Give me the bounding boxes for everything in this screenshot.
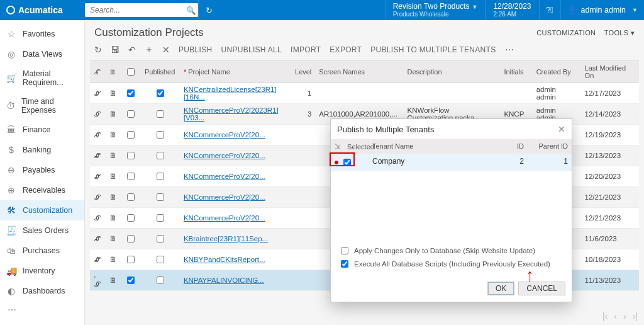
tenant-parent-id-cell: 1 (528, 154, 572, 171)
tenant-row[interactable]: Company 2 1 (331, 154, 572, 171)
refresh-header-icon[interactable]: ↻ (198, 0, 219, 20)
pager-first-icon[interactable]: |‹ (602, 311, 608, 321)
pager-next-icon[interactable]: › (623, 311, 626, 321)
chevron-down-icon: ▼ (632, 7, 638, 13)
brand[interactable]: Acumatica (0, 5, 85, 15)
cart-icon: 🛒 (6, 73, 16, 83)
export-icon[interactable]: ⇲ (335, 142, 340, 151)
minus-circle-icon: ⊖ (6, 165, 16, 175)
sidebar-item-dashboards[interactable]: ◐Dashboards (0, 281, 84, 301)
brand-icon (6, 6, 15, 14)
gauge-icon: ◐ (6, 286, 16, 296)
search-input[interactable] (89, 5, 186, 15)
sidebar-item-purchases[interactable]: 🛍Purchases (0, 241, 84, 261)
user-name: admin admin (581, 6, 626, 14)
search-icon[interactable]: 🔍 (186, 6, 196, 15)
apply-db-only-option[interactable]: Apply Changes Only to Database (Skip Web… (338, 245, 564, 256)
tenant-id-cell: 2 (496, 154, 528, 171)
unsaved-indicator-icon (335, 161, 338, 164)
sidebar-item-time[interactable]: ⏱Time and Expenses (0, 92, 84, 120)
help-icon[interactable]: ?⃝ (539, 0, 560, 20)
clock-icon: ⏱ (6, 101, 15, 111)
highlight-annotation (330, 152, 355, 166)
pager-last-icon[interactable]: ›| (633, 311, 638, 321)
user-menu[interactable]: 👤 admin admin ▼ (560, 0, 645, 20)
brand-text: Acumatica (18, 5, 63, 15)
sidebar-item-payables[interactable]: ⊖Payables (0, 160, 84, 180)
purchase-icon: 🛍 (6, 246, 16, 256)
sidebar-item-finance[interactable]: 🏛Finance (0, 120, 84, 140)
wrench-icon: 🛠 (6, 205, 16, 215)
tenant-name-cell: Company (369, 154, 496, 171)
top-bar: Acumatica 🔍 ↻ Revision Two Products▼ Pro… (0, 0, 644, 20)
tenant-selected-checkbox[interactable] (343, 159, 351, 166)
close-icon[interactable]: ✕ (558, 124, 565, 134)
finance-icon: 🏛 (6, 125, 16, 135)
business-date[interactable]: 12/28/2023 2:26 AM (485, 0, 538, 20)
sidebar-item-inventory[interactable]: 🚚Inventory (0, 261, 84, 281)
star-icon: ☆ (6, 29, 16, 39)
cancel-button[interactable]: CANCEL (518, 282, 565, 295)
sidebar-item-sales-orders[interactable]: 🧾Sales Orders (0, 220, 84, 241)
pager-prev-icon[interactable]: ‹ (614, 311, 617, 321)
sidebar-item-mrp[interactable]: 🛒Material Requirem... (0, 64, 84, 92)
execute-all-scripts-option[interactable]: Execute All Database Scripts (Including … (338, 258, 564, 270)
plus-circle-icon: ⊕ (6, 185, 16, 195)
main-area: Customization Projects CUSTOMIZATION TOO… (85, 20, 644, 325)
grid-pager: |‹ ‹ › ›| (602, 311, 638, 321)
user-icon: 👤 (567, 6, 577, 15)
search-box[interactable]: 🔍 (85, 3, 198, 17)
bank-icon: $ (6, 145, 16, 155)
ok-button[interactable]: OK (487, 282, 514, 295)
dialog-column-header: ⇲ Selected Tenant Name ID Parent ID (331, 139, 572, 154)
eye-icon: ◎ (6, 49, 16, 59)
sidebar-more[interactable]: ⋯ (0, 301, 84, 319)
dialog-title: Publish to Multiple Tenants (337, 125, 434, 134)
sidebar-item-data-views[interactable]: ◎Data Views (0, 44, 84, 64)
truck-icon: 🚚 (6, 266, 16, 276)
sidebar-item-favorites[interactable]: ☆Favorites (0, 24, 84, 44)
publish-tenants-dialog: Publish to Multiple Tenants ✕ ⇲ Selected… (330, 118, 572, 302)
orders-icon: 🧾 (6, 225, 16, 236)
tenant-selector[interactable]: Revision Two Products▼ Products Wholesal… (385, 0, 486, 20)
sidebar-item-banking[interactable]: $Banking (0, 140, 84, 160)
sidebar-item-receivables[interactable]: ⊕Receivables (0, 180, 84, 200)
sidebar-item-customization[interactable]: 🛠Customization (0, 200, 84, 220)
sidebar: ☆Favorites ◎Data Views 🛒Material Require… (0, 20, 85, 325)
